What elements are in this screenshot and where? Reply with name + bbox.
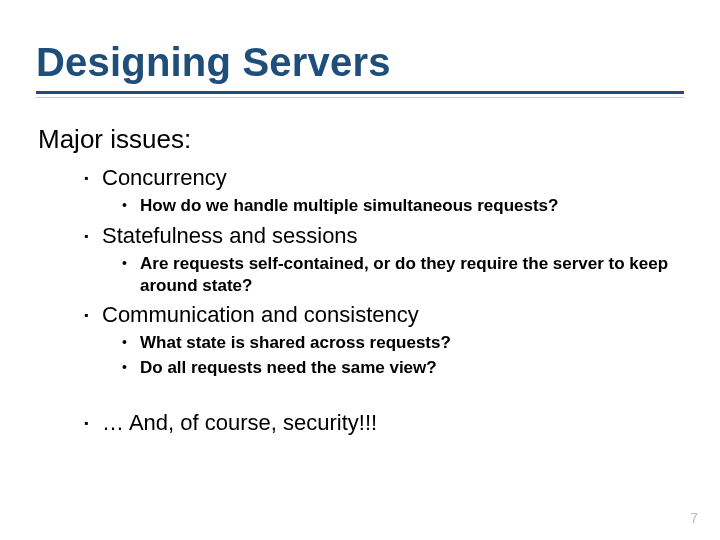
list-item: ▪ Statefulness and sessions [84, 223, 684, 249]
sub-item-text: Do all requests need the same view? [140, 357, 437, 379]
spacer [36, 382, 684, 404]
list-item-label: Concurrency [102, 165, 227, 191]
list-item: ▪ … And, of course, security!!! [84, 410, 684, 436]
dot-bullet-icon: • [122, 332, 140, 354]
title-rule-thick [36, 91, 684, 94]
sub-item: • Do all requests need the same view? [122, 357, 684, 379]
list-item: ▪ Communication and consistency [84, 302, 684, 328]
page-number: 7 [690, 510, 698, 526]
dot-bullet-icon: • [122, 357, 140, 379]
list-item-label: … And, of course, security!!! [102, 410, 377, 436]
slide-title: Designing Servers [36, 40, 684, 85]
square-bullet-icon: ▪ [84, 302, 102, 328]
list-item-label: Statefulness and sessions [102, 223, 358, 249]
sub-item: • Are requests self-contained, or do the… [122, 253, 684, 297]
square-bullet-icon: ▪ [84, 410, 102, 436]
list-item-label: Communication and consistency [102, 302, 419, 328]
slide: Designing Servers Major issues: ▪ Concur… [0, 0, 720, 540]
dot-bullet-icon: • [122, 195, 140, 217]
sub-item-text: Are requests self-contained, or do they … [140, 253, 680, 297]
subtitle: Major issues: [38, 124, 684, 155]
sub-item: • What state is shared across requests? [122, 332, 684, 354]
title-rule-thin [36, 97, 684, 98]
slide-body: Major issues: ▪ Concurrency • How do we … [36, 124, 684, 436]
sub-item-text: What state is shared across requests? [140, 332, 451, 354]
sub-item: • How do we handle multiple simultaneous… [122, 195, 684, 217]
sub-item-text: How do we handle multiple simultaneous r… [140, 195, 558, 217]
list-item: ▪ Concurrency [84, 165, 684, 191]
square-bullet-icon: ▪ [84, 223, 102, 249]
square-bullet-icon: ▪ [84, 165, 102, 191]
dot-bullet-icon: • [122, 253, 140, 297]
